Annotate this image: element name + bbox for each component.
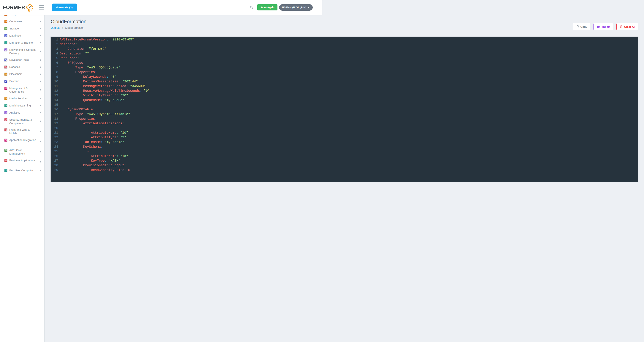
cost-management-icon [4,149,8,152]
chevron-right-icon [40,105,41,107]
sidebar-item-compute[interactable]: Compute [0,15,44,18]
line-number: 8 [51,70,60,75]
code-line: 17 Type: "AWS::DynamoDB::Table" [51,112,322,117]
line-number: 1 [51,37,60,42]
compute-icon [4,15,8,16]
code-line: 16 DynamoDBTable: [51,107,322,112]
sidebar-item-label: Machine Learning [9,104,31,107]
developer-tools-icon [4,58,8,62]
code-line: 3 Generator: "former2" [51,47,322,51]
sidebar-item-developer-tools[interactable]: Developer Tools [0,57,44,64]
line-number: 27 [51,159,60,163]
analytics-icon [4,111,8,114]
chevron-right-icon [40,15,41,16]
line-number: 16 [51,107,60,112]
chevron-right-icon [40,28,41,30]
chevron-right-icon [40,66,41,68]
code-line: 6 SQSQueue: [51,61,322,65]
code-line: 20 - [51,126,322,131]
sidebar-item-front-end-web-mobile[interactable]: Front-end Web & Mobile [0,126,44,137]
line-number: 22 [51,135,60,140]
sidebar-item-management-governance[interactable]: Management & Governance [0,85,44,95]
line-number: 10 [51,79,60,84]
line-number: 11 [51,84,60,89]
code-line: 8 Properties: [51,70,322,75]
sidebar-item-networking-content-delivery[interactable]: Networking & Content Delivery [0,46,44,57]
sidebar-item-label: Security, Identity, & Compliance [9,118,36,125]
sidebar-item-storage[interactable]: Storage [0,25,44,32]
database-icon [4,34,8,37]
code-line: 19 AttributeDefinitions: [51,121,322,126]
scan-again-button[interactable]: Scan Again [257,4,278,11]
sidebar-item-label: Robotics [9,65,20,69]
sidebar-item-media-services[interactable]: Media Services [0,95,44,102]
chevron-right-icon [40,112,41,114]
sidebar-item-security-identity-compliance[interactable]: Security, Identity, & Compliance [0,116,44,126]
region-dropdown[interactable]: US East (N. Virginia) [279,4,313,11]
sidebar-item-robotics[interactable]: Robotics [0,64,44,71]
sidebar-item-label: Business Applications [9,159,36,162]
sidebar-service-list: ComputeContainersStorageDatabaseMigratio… [0,15,44,171]
sidebar-item-business-applications[interactable]: Business Applications [0,157,44,167]
storage-icon [4,27,8,30]
chevron-right-icon [40,130,41,132]
line-number: 20 [51,126,60,131]
sidebar-item-database[interactable]: Database [0,32,44,39]
sidebar-item-migration-transfer[interactable]: Migration & Transfer [0,39,44,46]
networking-icon [4,48,8,52]
sidebar-item-label: Front-end Web & Mobile [9,128,36,135]
sidebar-item-machine-learning[interactable]: Machine Learning [0,102,44,109]
line-number: 15 [51,103,60,107]
line-number: 3 [51,47,60,51]
containers-icon [4,20,8,23]
caret-down-icon [308,7,310,8]
end-user-computing-icon [4,169,8,171]
chevron-right-icon [40,21,41,23]
sidebar-item-label: Blockchain [9,72,22,76]
code-line: 1AWSTemplateFormatVersion: "2010-09-09" [51,37,322,42]
app-logo[interactable]: FORMER 2 [3,0,34,15]
breadcrumb-outputs-link[interactable]: Outputs [51,26,60,29]
sidebar-item-label: Satellite [9,80,19,83]
sidebar-item-label: Application Integration [9,138,36,142]
sidebar-item-analytics[interactable]: Analytics [0,109,44,116]
sidebar-item-blockchain[interactable]: Blockchain [0,71,44,78]
menu-icon[interactable] [38,5,45,11]
sidebar-item-label: Media Services [9,97,28,100]
line-number: 13 [51,93,60,98]
management-governance-icon [4,87,8,90]
line-number: 12 [51,89,60,93]
generate-button[interactable]: Generate (3) [52,4,77,11]
sidebar: ComputeContainersStorageDatabaseMigratio… [0,15,44,171]
logo-text: FORMER [3,5,25,11]
search-icon[interactable] [248,4,255,11]
line-number: 21 [51,131,60,135]
chevron-right-icon [40,161,41,163]
page-title: CloudFormation [51,19,86,25]
code-line: 28 ProvisionedThroughput: [51,163,322,168]
sidebar-item-label: Storage [9,27,19,30]
chevron-right-icon [40,89,41,91]
sidebar-item-end-user-computing[interactable]: End User Computing [0,167,44,171]
code-line: 29 ReadCapacityUnits: 5 [51,168,322,171]
sidebar-item-label: Containers [9,20,22,23]
sidebar-item-aws-cost-management[interactable]: AWS Cost Management [0,147,44,157]
code-line: 10 MaximumMessageSize: "262144" [51,79,322,84]
code-editor[interactable]: 1AWSTemplateFormatVersion: "2010-09-09"2… [50,37,322,171]
code-line: 25 - [51,149,322,154]
code-line: 18 Properties: [51,117,322,121]
breadcrumb-separator: / [62,26,63,29]
code-line: 2Metadata: [51,42,322,47]
sidebar-item-label: Networking & Content Delivery [9,48,36,55]
business-applications-icon [4,159,8,162]
code-line: 26 AttributeName: "id" [51,154,322,159]
chevron-right-icon [40,42,41,44]
sidebar-item-satellite[interactable]: Satellite [0,78,44,85]
chevron-right-icon [40,98,41,100]
main-content: CloudFormation Outputs / CloudFormation … [44,15,322,171]
sidebar-item-label: Database [9,34,21,38]
sidebar-item-containers[interactable]: Containers [0,18,44,25]
code-line: 21 AttributeName: "id" [51,131,322,135]
sidebar-item-application-integration[interactable]: Application Integration [0,137,44,147]
chevron-right-icon [40,170,41,171]
